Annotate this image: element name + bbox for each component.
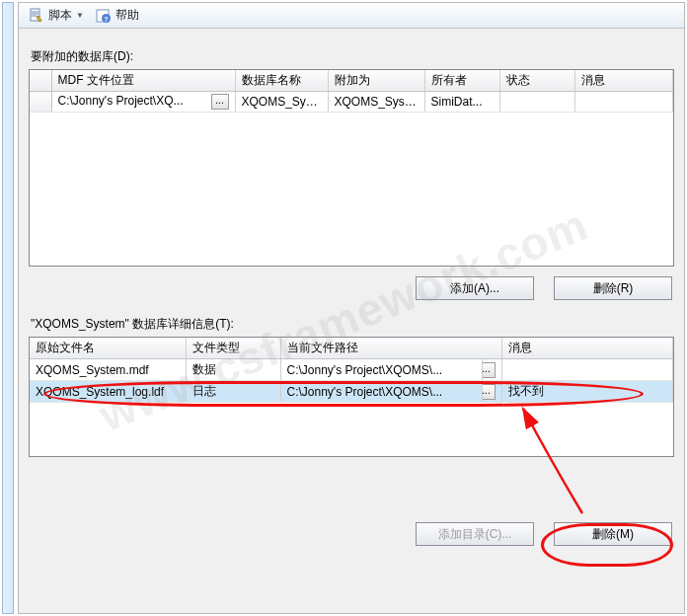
cell-mdf[interactable]: C:\Jonny's Project\XQ... ... xyxy=(51,92,235,113)
cell-status[interactable] xyxy=(499,92,574,113)
cell-path-browse[interactable]: ... xyxy=(482,381,501,403)
cell-current-path[interactable]: C:\Jonny's Project\XQOMS\... xyxy=(280,359,482,381)
script-label: 脚本 xyxy=(48,7,72,24)
help-button[interactable]: ? 帮助 xyxy=(92,5,143,26)
col-file-type[interactable]: 文件类型 xyxy=(186,338,280,359)
svg-text:?: ? xyxy=(104,15,108,22)
cell-current-path[interactable]: C:\Jonny's Project\XQOMS\... xyxy=(280,381,482,403)
script-dropdown[interactable]: 脚本 ▼ xyxy=(25,5,88,26)
cell-file-type[interactable]: 数据 xyxy=(186,359,280,381)
cell-attach-as[interactable]: XQOMS_System xyxy=(328,92,424,113)
browse-path-button[interactable]: ... xyxy=(482,362,496,378)
col-db-name[interactable]: 数据库名称 xyxy=(235,70,328,92)
add-directory-button: 添加目录(C)... xyxy=(416,522,534,546)
attach-db-grid[interactable]: MDF 文件位置 数据库名称 附加为 所有者 状态 消息 C:\Jonny's … xyxy=(29,69,674,267)
col-message[interactable]: 消息 xyxy=(574,70,673,92)
col-message2[interactable]: 消息 xyxy=(501,338,673,359)
script-icon xyxy=(29,8,44,24)
col-mdf[interactable]: MDF 文件位置 xyxy=(51,70,235,92)
col-status[interactable]: 状态 xyxy=(499,70,574,92)
db-details-grid[interactable]: 原始文件名 文件类型 当前文件路径 消息 XQOMS_System.mdf 数据… xyxy=(29,337,674,457)
cell-owner[interactable]: SimiDat... xyxy=(424,92,499,113)
help-label: 帮助 xyxy=(115,7,139,24)
dialog-panel: 脚本 ▼ ? 帮助 要附加的数据库(D): MDF 文件位置 xyxy=(18,2,685,614)
cell-message[interactable] xyxy=(574,92,673,113)
col-attach-as[interactable]: 附加为 xyxy=(328,70,424,92)
dialog-content: 要附加的数据库(D): MDF 文件位置 数据库名称 附加为 所有者 状态 消息 xyxy=(29,42,674,603)
dialog-toolbar: 脚本 ▼ ? 帮助 xyxy=(19,3,684,29)
cell-file-type[interactable]: 日志 xyxy=(186,381,280,403)
cell-message2[interactable]: 找不到 xyxy=(501,381,673,403)
cell-db-name[interactable]: XQOMS_System xyxy=(235,92,328,113)
browse-path-button[interactable]: ... xyxy=(482,384,496,400)
cell-mdf-text: C:\Jonny's Project\XQ... xyxy=(58,94,184,108)
cell-message2[interactable] xyxy=(501,359,673,381)
top-button-row: 添加(A)... 删除(R) xyxy=(29,276,672,300)
cell-path-browse[interactable]: ... xyxy=(482,359,501,381)
cell-orig-name[interactable]: XQOMS_System.mdf xyxy=(30,359,186,381)
cell-orig-name[interactable]: XQOMS_System_log.ldf xyxy=(30,381,186,403)
col-selector[interactable] xyxy=(30,70,51,92)
col-owner[interactable]: 所有者 xyxy=(424,70,499,92)
remove-bottom-button[interactable]: 删除(M) xyxy=(554,522,672,546)
table-row[interactable]: XQOMS_System.mdf 数据 C:\Jonny's Project\X… xyxy=(30,359,673,381)
remove-top-button[interactable]: 删除(R) xyxy=(554,276,672,300)
left-gutter xyxy=(2,2,14,614)
grid-header-row: MDF 文件位置 数据库名称 附加为 所有者 状态 消息 xyxy=(30,70,673,92)
help-icon: ? xyxy=(96,8,112,24)
table-row-selected[interactable]: XQOMS_System_log.ldf 日志 C:\Jonny's Proje… xyxy=(30,381,673,403)
col-current-path[interactable]: 当前文件路径 xyxy=(280,338,501,359)
grid-header-row: 原始文件名 文件类型 当前文件路径 消息 xyxy=(30,338,673,359)
chevron-down-icon: ▼ xyxy=(76,11,84,20)
add-button[interactable]: 添加(A)... xyxy=(416,276,534,300)
db-details-label: "XQOMS_System" 数据库详细信息(T): xyxy=(31,316,674,333)
table-row[interactable]: C:\Jonny's Project\XQ... ... XQOMS_Syste… xyxy=(30,92,673,113)
row-selector-cell[interactable] xyxy=(30,92,51,113)
browse-mdf-button[interactable]: ... xyxy=(211,94,229,110)
databases-to-attach-label: 要附加的数据库(D): xyxy=(31,48,674,65)
col-orig-name[interactable]: 原始文件名 xyxy=(30,338,186,359)
bottom-button-row: 添加目录(C)... 删除(M) xyxy=(29,522,672,546)
